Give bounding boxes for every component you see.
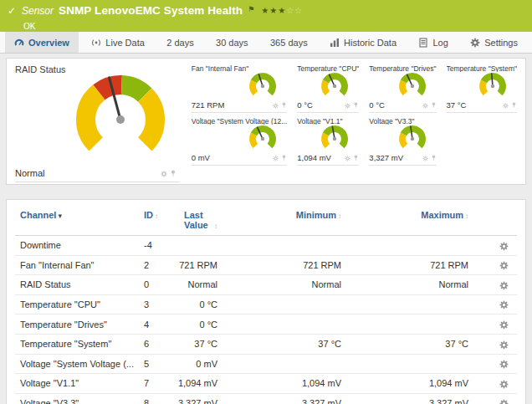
channel-row[interactable]: Downtime-4 [15, 236, 517, 256]
channel-settings-gear-icon[interactable] [499, 260, 509, 271]
star-empty-icon[interactable]: ☆ [286, 6, 294, 15]
star-filled-icon[interactable]: ★ [278, 6, 285, 15]
channel-maximum [345, 294, 472, 315]
channel-last-value: 0 mV [169, 354, 221, 374]
channel-name[interactable]: Temperature "Drives" [15, 315, 141, 335]
priority-flag-icon[interactable]: ⚑ [248, 5, 254, 13]
channel-name[interactable]: Voltage "System Voltage (... [15, 354, 141, 374]
gauge-gear-icon[interactable] [273, 100, 279, 110]
gauge-holder [369, 125, 436, 153]
channel-row[interactable]: Voltage "V1.1"71,094 mV1,094 mV1,094 mV [15, 374, 517, 394]
raid-status-value: Normal [15, 168, 44, 178]
channel-settings-gear-icon[interactable] [499, 319, 509, 330]
gauge-holder [297, 72, 359, 100]
gauge-pin-icon[interactable] [281, 102, 287, 108]
channel-settings-gear-icon[interactable] [499, 359, 509, 370]
channel-row[interactable]: RAID Status0NormalNormalNormal [15, 275, 517, 295]
tab-live-data[interactable]: Live Data [82, 32, 153, 53]
channel-maximum: 3,327 mV [345, 393, 472, 404]
channel-row[interactable]: Temperature "System"637 °C37 °C37 °C [15, 334, 517, 354]
col-header-channel[interactable]: Channel▾ [15, 203, 141, 236]
raid-status-tile: RAID Status Normal [15, 64, 180, 179]
gauge-tile: Voltage "V3.3"3,327 mV [369, 117, 436, 166]
tab-log[interactable]: Log [409, 32, 457, 53]
raid-status-footer: Normal [15, 168, 180, 182]
channel-id: 6 [141, 334, 169, 354]
overview-panel: RAID Status Normal Fan "Internal Fan"721… [6, 58, 526, 185]
channel-maximum: 1,094 mV [345, 374, 472, 394]
gauge-pin-icon[interactable] [281, 155, 287, 161]
gauge-value: 0 °C [369, 100, 385, 110]
star-filled-icon[interactable]: ★ [269, 6, 277, 15]
channel-id: -4 [141, 236, 169, 256]
col-header-last-value[interactable]: Last Value↕ [169, 203, 221, 236]
channel-name[interactable]: Temperature "CPU" [15, 294, 141, 315]
gauge-tile: Temperature "System"37 °C [447, 64, 517, 113]
col-header-id[interactable]: ID↕ [141, 203, 169, 236]
channel-row[interactable]: Temperature "Drives"40 °C [15, 315, 517, 335]
channel-minimum: 3,327 mV [221, 393, 345, 404]
gauge-gear-icon[interactable] [422, 153, 428, 162]
col-header-maximum[interactable]: Maximum↕ [345, 203, 472, 236]
channel-row[interactable]: Fan "Internal Fan"2721 RPM721 RPM721 RPM [15, 255, 517, 275]
channel-maximum: 721 RPM [345, 255, 472, 275]
sort-icon: ↕ [155, 212, 158, 220]
sort-icon: ↕ [465, 212, 468, 220]
channel-minimum [221, 236, 345, 256]
sensor-ok-check-icon: ✓ [7, 5, 17, 17]
channel-settings-gear-icon[interactable] [499, 240, 509, 251]
gauge-tile-actions [345, 100, 359, 110]
channel-name[interactable]: RAID Status [15, 275, 141, 295]
gauge-gear-icon[interactable] [273, 153, 279, 162]
channel-row[interactable]: Voltage "System Voltage (...50 mV [15, 354, 517, 374]
gauge-pin-icon[interactable] [170, 170, 176, 176]
mini-gauge [320, 72, 349, 100]
channel-name[interactable]: Downtime [15, 236, 141, 256]
star-rating[interactable]: ★★★☆☆ [261, 6, 302, 15]
channel-maximum [345, 315, 472, 335]
channel-name[interactable]: Fan "Internal Fan" [15, 255, 141, 275]
gauge-pin-icon[interactable] [431, 102, 437, 108]
tab-30-days[interactable]: 30 days [207, 32, 258, 53]
tab-settings[interactable]: Settings [461, 32, 527, 53]
channel-settings-gear-icon[interactable] [499, 398, 509, 404]
tab-bar: OverviewLive Data2 days30 days365 daysHi… [0, 32, 532, 54]
gauge-gear-icon[interactable] [345, 153, 350, 162]
gauge-gear-icon[interactable] [503, 100, 509, 110]
channel-settings-gear-icon[interactable] [499, 339, 509, 350]
channel-settings-gear-icon[interactable] [499, 279, 509, 290]
raid-gauge [75, 74, 166, 165]
tab-label: Historic Data [344, 38, 396, 48]
tab-historic-data[interactable]: Historic Data [320, 32, 406, 53]
gauge-gear-icon[interactable] [161, 168, 167, 178]
tab-365-days[interactable]: 365 days [261, 32, 317, 53]
channel-settings-gear-icon[interactable] [499, 299, 509, 310]
channel-settings-gear-icon[interactable] [499, 378, 509, 389]
channel-minimum: 1,094 mV [221, 374, 345, 394]
gauge-pin-icon[interactable] [431, 155, 437, 161]
tab-2-days[interactable]: 2 days [157, 32, 202, 53]
gauge-pin-icon[interactable] [511, 102, 517, 108]
sensor-status-text: OK [23, 22, 35, 31]
channel-id: 2 [141, 255, 169, 275]
star-empty-icon[interactable]: ☆ [294, 6, 302, 15]
channel-name[interactable]: Voltage "V3.3" [15, 393, 141, 404]
gauge-title: Fan "Internal Fan" [192, 64, 288, 72]
channel-maximum [345, 236, 472, 256]
chart-icon [330, 38, 340, 48]
tab-label: 365 days [270, 38, 308, 48]
tab-label: 2 days [166, 38, 193, 48]
tab-overview[interactable]: Overview [5, 32, 79, 53]
mini-gauge [248, 72, 277, 100]
channel-name[interactable]: Voltage "V1.1" [15, 374, 141, 394]
channel-row[interactable]: Temperature "CPU"30 °C [15, 294, 517, 315]
gauge-gear-icon[interactable] [422, 100, 428, 110]
channel-name[interactable]: Temperature "System" [15, 334, 141, 354]
gauge-pin-icon[interactable] [353, 155, 359, 161]
col-header-minimum[interactable]: Minimum↕ [221, 203, 345, 236]
gauge-tile-actions [273, 100, 287, 110]
gauge-pin-icon[interactable] [353, 102, 359, 108]
channel-row[interactable]: Voltage "V3.3"83,327 mV3,327 mV3,327 mV [15, 393, 517, 404]
gauge-gear-icon[interactable] [345, 100, 350, 110]
star-filled-icon[interactable]: ★ [261, 6, 269, 15]
